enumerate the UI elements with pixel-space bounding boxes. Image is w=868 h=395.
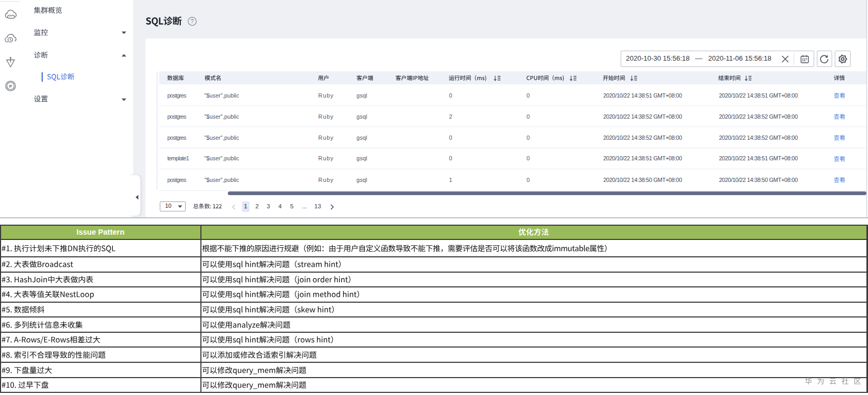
svg-text:IP: IP — [9, 84, 13, 88]
svg-text:?: ? — [190, 18, 194, 24]
